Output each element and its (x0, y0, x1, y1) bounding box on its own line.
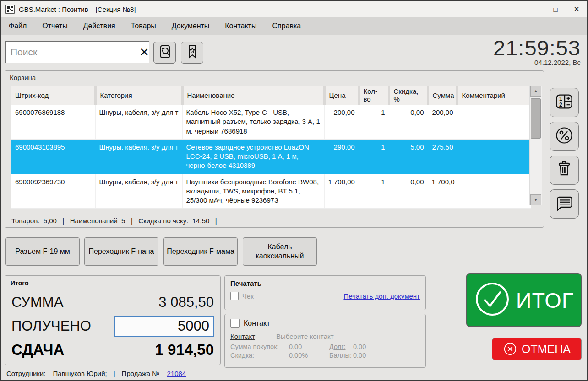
app-icon (5, 5, 15, 14)
menu-contacts[interactable]: Контакты (217, 17, 264, 35)
discount-label: Скидка: (230, 352, 289, 359)
table-row-selected[interactable]: 6900043103895 Шнуры, кабеля, з/у для т С… (11, 139, 531, 174)
quick-button-f-mama[interactable]: Переходник F-мама (163, 237, 238, 266)
close-icon[interactable]: ✕ (566, 1, 587, 17)
cell-barcode: 6900043103895 (11, 139, 95, 174)
cancel-button[interactable]: ОТМЕНА (492, 338, 582, 360)
print-extra-doc-link[interactable]: Печатать доп. документ (343, 292, 420, 300)
contact-checkbox[interactable] (230, 319, 240, 328)
clock-time: 21:59:53 (493, 37, 581, 59)
cart-summary: Товаров: 5,00 | Наименований 5 | Скидка … (11, 217, 217, 225)
cell-barcode: 6900076869188 (11, 105, 95, 139)
comment-button[interactable] (550, 189, 579, 219)
quick-button-cable[interactable]: Кабель каоксиальный (243, 237, 317, 266)
toolbar: ✕ 21:59:53 04.12. (1, 36, 587, 70)
cell-price: 290,00 (324, 139, 359, 174)
debt-value: 0.00 (353, 343, 425, 350)
percent-icon (554, 125, 574, 147)
received-input[interactable] (114, 316, 214, 337)
scroll-down-icon[interactable]: ▼ (530, 194, 541, 205)
debt-label[interactable]: Долг: (329, 343, 353, 350)
status-bar: Сотрудники: Павшуков Юрий; | Продажа № 2… (1, 367, 587, 379)
favorites-button[interactable] (181, 42, 203, 64)
clear-search-icon[interactable]: ✕ (139, 45, 149, 59)
trash-icon (554, 159, 574, 181)
cell-category: Шнуры, кабеля, з/у для т (95, 174, 182, 209)
vertical-scrollbar[interactable]: ▲ ▼ (529, 86, 542, 205)
cancel-button-label: ОТМЕНА (522, 343, 571, 356)
employees-label: Сотрудники: (6, 370, 45, 377)
menu-documents[interactable]: Документы (164, 17, 217, 35)
sale-number-link[interactable]: 21084 (167, 370, 186, 377)
col-category[interactable]: Категория (95, 86, 182, 105)
col-qty[interactable]: Кол-во (359, 86, 389, 105)
maximize-icon[interactable]: □ (545, 1, 566, 17)
points-label: Баллы: (329, 352, 353, 359)
table-row[interactable]: 6900076869188 Шнуры, кабеля, з/у для т К… (11, 105, 531, 139)
col-price[interactable]: Цена (324, 86, 359, 105)
product-search-button[interactable] (153, 42, 176, 64)
menu-actions[interactable]: Действия (76, 17, 123, 35)
col-comment[interactable]: Комментарий (457, 86, 531, 105)
cell-comment (457, 174, 531, 209)
cell-category: Шнуры, кабеля, з/у для т (95, 105, 182, 139)
quantity-button[interactable]: 1 2 (550, 88, 579, 117)
cell-category: Шнуры, кабеля, з/у для т (95, 139, 182, 174)
total-button-label: ИТОГ (516, 288, 574, 313)
employees-value: Павшуков Юрий; (53, 370, 107, 377)
title-bar: GBS.Market : Позитив [Секция №8] ─ □ ✕ (1, 1, 587, 17)
delete-item-button[interactable] (550, 156, 579, 185)
cell-comment (457, 105, 531, 139)
purchases-value: 0.00 (289, 343, 329, 350)
contact-group: Контакт Контакт Выберите контакт Сумма п… (224, 314, 426, 368)
quantity-icon: 1 2 (554, 91, 574, 113)
svg-text:2: 2 (559, 102, 562, 108)
menu-reports[interactable]: Отчеты (34, 17, 75, 35)
cell-qty: 1 (359, 174, 389, 209)
clock: 21:59:53 04.12.2022, Вс (493, 37, 581, 66)
sum-value: 3 085,50 (158, 294, 214, 311)
cell-sum: 200,00 (428, 105, 457, 139)
cell-discount: 5,00 (389, 139, 428, 174)
cart-label: Корзина (10, 74, 544, 81)
totals-group: Итого СУММА 3 085,50 ПОЛУЧЕНО СДАЧА 1 91… (5, 275, 221, 365)
table-row[interactable]: 6900092369730 Шнуры, кабеля, з/у для т Н… (11, 174, 531, 209)
menu-goods[interactable]: Товары (123, 17, 164, 35)
sum-label: СУММА (11, 294, 63, 311)
total-button[interactable]: ИТОГ (466, 273, 582, 327)
received-label: ПОЛУЧЕНО (11, 318, 91, 334)
cell-comment (457, 139, 531, 174)
change-label: СДАЧА (11, 341, 64, 359)
menu-file[interactable]: Файл (1, 17, 34, 35)
cell-discount: 0,00 (389, 174, 428, 209)
receipt-checkbox-label: Чек (242, 292, 254, 300)
col-sum[interactable]: Сумма (428, 86, 457, 105)
col-discount[interactable]: Скидка, % (389, 86, 428, 105)
scrollbar-thumb[interactable] (531, 98, 541, 139)
discount-button[interactable] (550, 122, 579, 151)
window-section: [Секция №8] (96, 5, 136, 13)
cart-group: Корзина Штрих-код Категория Наименование… (5, 70, 544, 228)
contact-select-link[interactable]: Контакт (230, 333, 255, 340)
menu-help[interactable]: Справка (264, 17, 309, 35)
statusbar-separator: | (114, 370, 115, 377)
cell-sum: 1 700,0 (428, 174, 457, 209)
cell-price: 1 700,00 (324, 174, 359, 209)
app-window: GBS.Market : Позитив [Секция №8] ─ □ ✕ Ф… (0, 0, 588, 381)
quick-button-f-papa[interactable]: Переходник F-папа (84, 237, 158, 266)
contact-placeholder: Выберите контакт (276, 333, 334, 340)
cell-name: Кабель Hoco X52, Type-C - USB, магнитный… (182, 105, 324, 139)
search-box: ✕ (5, 41, 149, 63)
scroll-up-icon[interactable]: ▲ (530, 86, 541, 97)
cell-discount: 0,00 (389, 105, 428, 139)
menu-bar: Файл Отчеты Действия Товары Документы Ко… (1, 17, 587, 35)
cell-price: 200,00 (324, 105, 359, 139)
cancel-circle-icon (503, 342, 517, 356)
window-title: GBS.Market : Позитив (19, 5, 88, 13)
search-input[interactable] (6, 47, 139, 58)
quick-button-f19[interactable]: Разъем F-19 мм (5, 237, 80, 266)
receipt-checkbox[interactable] (230, 292, 239, 300)
col-barcode[interactable]: Штрих-код (11, 86, 95, 105)
minimize-icon[interactable]: ─ (524, 1, 545, 17)
col-name[interactable]: Наименование (182, 86, 324, 105)
